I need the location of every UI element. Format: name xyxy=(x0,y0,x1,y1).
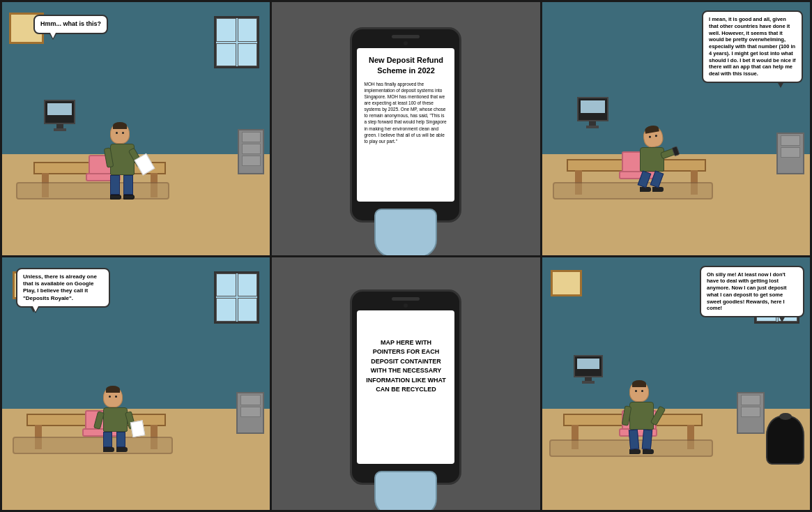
bubble-tail xyxy=(30,306,37,313)
char-hair xyxy=(644,124,659,133)
phone-device: New Deposit Refund Scheme in 2022 MOH ha… xyxy=(350,27,461,223)
cabinet-drawer xyxy=(741,395,761,405)
cabinet-drawer xyxy=(781,135,801,146)
char-body-3 xyxy=(640,147,664,172)
rug-3 xyxy=(553,182,713,199)
character-3 xyxy=(640,126,664,192)
char-body-6 xyxy=(629,402,654,430)
phone-with-hand: New Deposit Refund Scheme in 2022 MOH ha… xyxy=(350,20,461,223)
char-body xyxy=(110,144,135,175)
phone-map-text: MAP HERE WITH POINTERS FOR EACH DEPOSIT … xyxy=(364,338,447,395)
filing-cabinet-6 xyxy=(737,392,765,434)
window-4 xyxy=(214,271,259,324)
garbage-tie xyxy=(779,413,792,420)
phone-speaker xyxy=(392,35,420,38)
panel-3: I mean, it is good and all, given that o… xyxy=(542,2,810,255)
speech-bubble-3: I mean, it is good and all, given that o… xyxy=(702,10,803,83)
filing-cabinet xyxy=(238,129,264,174)
phone-camera xyxy=(404,41,408,45)
window-pane xyxy=(216,18,236,42)
phone-screen-5: MAP HERE WITH POINTERS FOR EACH DEPOSIT … xyxy=(357,310,454,464)
char-eye-left xyxy=(635,390,637,392)
phone-container: New Deposit Refund Scheme in 2022 MOH ha… xyxy=(350,20,461,223)
phone-title: New Deposit Refund Scheme in 2022 xyxy=(364,55,447,75)
char-eye-left xyxy=(109,396,111,398)
cabinet-drawer xyxy=(242,132,261,142)
char-legs-4 xyxy=(103,432,128,452)
phone-screen: New Deposit Refund Scheme in 2022 MOH ha… xyxy=(357,48,454,202)
char-leg-right xyxy=(123,175,135,199)
bubble-tail xyxy=(779,316,786,322)
char-hair xyxy=(632,380,646,387)
cabinet-drawer xyxy=(242,144,261,154)
character-6 xyxy=(629,381,654,454)
rug-4 xyxy=(13,437,173,454)
char-legs-6 xyxy=(629,430,654,454)
rug xyxy=(16,182,169,199)
char-head-4 xyxy=(103,386,123,407)
filing-cabinet-3 xyxy=(776,133,804,174)
cabinet-drawer xyxy=(240,395,261,405)
phone-camera xyxy=(404,303,408,308)
char-eye-left xyxy=(648,135,650,137)
char-eye-left xyxy=(116,132,118,134)
char-head-3 xyxy=(641,125,664,149)
char-head xyxy=(110,123,130,144)
speech-bubble-1: Hmm... what is this? xyxy=(33,15,108,34)
filing-cabinet-4 xyxy=(236,392,264,434)
char-leg-left xyxy=(110,175,121,199)
phone-body: MOH has finally approved the implementat… xyxy=(364,81,447,144)
cabinet-drawer xyxy=(240,407,261,417)
char-legs xyxy=(110,175,135,199)
window-pane xyxy=(238,43,258,67)
phone-container-5: MAP HERE WITH POINTERS FOR EACH DEPOSIT … xyxy=(350,283,461,485)
phone-speaker xyxy=(392,297,420,301)
comic-grid: Hmm... what is this? xyxy=(0,0,812,512)
bubble-tail xyxy=(777,82,784,88)
char-eye-right xyxy=(641,390,643,392)
panel-2: New Deposit Refund Scheme in 2022 MOH ha… xyxy=(272,2,539,255)
window-pane xyxy=(216,298,236,322)
char-body-4 xyxy=(103,407,128,432)
speech-bubble-6: Oh silly me! At least now I don't have t… xyxy=(700,266,804,318)
character-1 xyxy=(110,123,135,199)
panel-5: MAP HERE WITH POINTERS FOR EACH DEPOSIT … xyxy=(272,257,539,511)
char-head-6 xyxy=(629,381,649,402)
char-eye-right xyxy=(654,135,657,137)
char-eye-right xyxy=(122,132,124,134)
cabinet-drawer xyxy=(741,407,761,417)
window-1 xyxy=(214,16,259,68)
window-pane xyxy=(216,273,236,297)
cabinet-drawer xyxy=(781,147,801,158)
char-hair xyxy=(106,386,120,393)
cabinet-drawer xyxy=(242,156,261,166)
character-4 xyxy=(103,386,128,452)
panel-1: Hmm... what is this? xyxy=(2,2,270,255)
monitor-3 xyxy=(577,97,608,128)
phone-hand xyxy=(374,209,437,255)
garbage-bag xyxy=(766,416,804,465)
window-pane xyxy=(238,298,258,322)
phone-device-5: MAP HERE WITH POINTERS FOR EACH DEPOSIT … xyxy=(350,289,461,485)
window-pane xyxy=(238,18,258,42)
char-hair xyxy=(113,122,127,129)
phone-hand-5 xyxy=(374,471,437,510)
char-eye-right xyxy=(115,396,117,398)
window-pane xyxy=(238,273,258,297)
wall-picture-6 xyxy=(551,270,582,296)
monitor xyxy=(44,100,75,131)
char-legs-3 xyxy=(640,172,664,192)
monitor-6 xyxy=(574,355,603,384)
window-pane xyxy=(216,43,236,67)
speech-bubble-4: Unless, there is already one that is ava… xyxy=(16,268,110,308)
panel-6: Oh silly me! At least now I don't have t… xyxy=(542,257,810,511)
panel-4: Unless, there is already one that is ava… xyxy=(2,257,270,511)
